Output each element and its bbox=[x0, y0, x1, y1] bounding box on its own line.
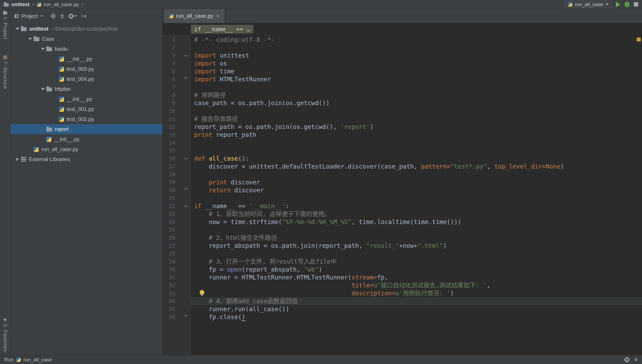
tool-button-structure[interactable]: 7: Structure bbox=[2, 56, 8, 89]
lightbulb-icon[interactable] bbox=[200, 290, 204, 295]
code-line-25[interactable] bbox=[191, 226, 642, 234]
line-number: 1 bbox=[163, 36, 175, 43]
fold-marker-icon[interactable] bbox=[184, 156, 188, 160]
code-line-2[interactable] bbox=[191, 44, 642, 52]
code-line-35[interactable]: runner.run(all_case()) bbox=[191, 305, 642, 313]
code-line-10[interactable] bbox=[191, 107, 642, 115]
code-line-8[interactable]: # 用例路径 bbox=[191, 91, 642, 99]
gutter-line: 31 bbox=[163, 273, 190, 281]
tree-item-report[interactable]: report bbox=[10, 124, 162, 134]
code-line-6[interactable]: import HTMLTestRunner bbox=[191, 75, 642, 83]
python-icon bbox=[568, 2, 572, 7]
tree-item-httpbin[interactable]: httpbin bbox=[10, 84, 162, 94]
line-number: 29 bbox=[163, 258, 175, 265]
code-line-14[interactable] bbox=[191, 139, 642, 147]
tree-item-unittest[interactable]: unittest~/Desktop/dev-code(pa)/lear bbox=[10, 24, 162, 34]
chevron-right-icon[interactable] bbox=[14, 157, 21, 161]
hide-panel-icon[interactable] bbox=[82, 14, 86, 18]
settings-icon[interactable] bbox=[69, 14, 77, 18]
python-file-icon bbox=[46, 137, 51, 142]
run-config-select[interactable]: run_all_case bbox=[565, 1, 612, 8]
gear-icon[interactable] bbox=[625, 358, 629, 362]
code-line-13[interactable]: print report_path bbox=[191, 131, 642, 139]
locate-icon[interactable] bbox=[51, 14, 55, 18]
breadcrumb-file[interactable]: run_all_case.py bbox=[44, 2, 79, 7]
code-line-22[interactable]: if __name__ == '__main__': bbox=[191, 202, 642, 210]
code-line-27[interactable]: report_abspath = os.path.join(report_pat… bbox=[191, 242, 642, 250]
code-line-28[interactable] bbox=[191, 250, 642, 258]
tree-item-test-002-py[interactable]: test_002.py bbox=[10, 114, 162, 124]
code-line-9[interactable]: case_path = os.path.join(os.getcwd()) bbox=[191, 99, 642, 107]
line-number: 24 bbox=[163, 219, 175, 225]
code-line-21[interactable] bbox=[191, 194, 642, 202]
tree-item-label: __init__.py bbox=[67, 56, 92, 62]
tree-item--init-py[interactable]: __init__.py bbox=[10, 134, 162, 144]
code-line-36[interactable]: fp.close() bbox=[191, 313, 642, 321]
chevron-down-icon[interactable] bbox=[39, 48, 46, 50]
gutter-line: 20 bbox=[163, 186, 190, 194]
tree-item-test-004-py[interactable]: test_004.py bbox=[10, 74, 162, 84]
tree-item--init-py[interactable]: __init__.py bbox=[10, 54, 162, 64]
context-declaration[interactable]: if __name__ == … bbox=[191, 25, 253, 34]
python-icon bbox=[169, 14, 173, 18]
fold-marker-icon[interactable] bbox=[184, 188, 188, 191]
tree-item-test-003-py[interactable]: test_003.py bbox=[10, 64, 162, 74]
chevron-down-icon[interactable] bbox=[14, 28, 21, 30]
line-number: 32 bbox=[163, 282, 175, 288]
breadcrumb-project[interactable]: unittest bbox=[11, 2, 30, 7]
code-line-12[interactable]: report_path = os.path.join(os.getcwd(), … bbox=[191, 123, 642, 131]
code-line-18[interactable] bbox=[191, 170, 642, 178]
chevron-down-icon[interactable] bbox=[27, 38, 34, 40]
code-line-20[interactable]: return discover bbox=[191, 186, 642, 194]
code-line-34[interactable]: # 4、调用add_case函数返回值 bbox=[191, 297, 642, 305]
tree-item-external-libraries[interactable]: External Libraries bbox=[10, 154, 162, 164]
tree-item-run-all-case-py[interactable]: run_all_case.py bbox=[10, 144, 162, 154]
code-line-23[interactable]: # 1、获取当前时间, 这样便于下面的使用。 bbox=[191, 210, 642, 218]
collapse-all-icon[interactable] bbox=[61, 14, 64, 18]
code-line-24[interactable]: now = time.strftime("%Y-%m-%d-%H_%M_%S",… bbox=[191, 218, 642, 226]
gutter-line: 6 bbox=[163, 75, 190, 83]
code-line-29[interactable]: # 3、打开一个文件, 将result写入此file中 bbox=[191, 258, 642, 265]
code-line-7[interactable] bbox=[191, 83, 642, 91]
code-line-32[interactable]: title=u'接口自动化测试报告,测试结果如下: ', bbox=[191, 281, 642, 289]
tool-button-favorites[interactable]: 2: Favorites bbox=[2, 318, 8, 352]
code-line-5[interactable]: import time bbox=[191, 67, 642, 75]
tool-window-strip: 1: Project 7: Structure 2: Favorites bbox=[0, 9, 10, 355]
tree-item-label: External Libraries bbox=[29, 156, 70, 162]
chevron-down-icon[interactable] bbox=[39, 88, 46, 90]
gutter-line: 4 bbox=[163, 59, 190, 67]
download-icon[interactable] bbox=[634, 357, 638, 362]
code-line-33[interactable]: description=u'用例执行情况: ') bbox=[191, 289, 642, 297]
fold-marker-icon[interactable] bbox=[184, 314, 188, 318]
code-line-30[interactable]: fp = open(report_abspath, "wb") bbox=[191, 265, 642, 273]
project-panel-title[interactable]: Project bbox=[21, 13, 38, 19]
fold-marker-icon[interactable] bbox=[184, 204, 188, 208]
line-number: 21 bbox=[163, 195, 175, 201]
close-icon[interactable]: × bbox=[216, 13, 220, 19]
code-line-16[interactable]: def all_case(): bbox=[191, 155, 642, 162]
code-line-26[interactable]: # 2、html报告文件路径 bbox=[191, 234, 642, 242]
code-line-4[interactable]: import os bbox=[191, 59, 642, 67]
tree-item-test-001-py[interactable]: test_001.py bbox=[10, 104, 162, 114]
fold-marker-icon[interactable] bbox=[184, 53, 188, 57]
code-line-11[interactable]: # 报告存放路径 bbox=[191, 115, 642, 123]
code-line-17[interactable]: discover = unittest.defaultTestLoader.di… bbox=[191, 162, 642, 170]
code-area[interactable]: # -*- coding:utf-8 -*-import unittestimp… bbox=[191, 35, 642, 355]
tab-run-all-case[interactable]: run_all_case.py × bbox=[164, 9, 225, 23]
stop-button[interactable] bbox=[634, 2, 638, 7]
code-line-15[interactable] bbox=[191, 147, 642, 155]
fold-marker-icon[interactable] bbox=[184, 77, 188, 80]
code-line-1[interactable]: # -*- coding:utf-8 -*- bbox=[191, 36, 642, 44]
code-line-3[interactable]: import unittest bbox=[191, 52, 642, 59]
gutter-line: 1 bbox=[163, 36, 190, 44]
tree-item--init-py[interactable]: __init__.py bbox=[10, 94, 162, 104]
code-line-19[interactable]: print discover bbox=[191, 178, 642, 186]
debug-button[interactable] bbox=[625, 2, 630, 7]
tool-button-project[interactable]: 1: Project bbox=[2, 12, 8, 39]
tree-item-case[interactable]: Case bbox=[10, 34, 162, 44]
inspection-marker-icon[interactable] bbox=[637, 38, 641, 41]
run-button[interactable] bbox=[616, 2, 620, 7]
tree-item-label: __init__.py bbox=[67, 96, 92, 102]
tree-item-baidu[interactable]: baidu bbox=[10, 44, 162, 54]
code-line-31[interactable]: runner = HTMLTestRunner.HTMLTestRunner(s… bbox=[191, 273, 642, 281]
